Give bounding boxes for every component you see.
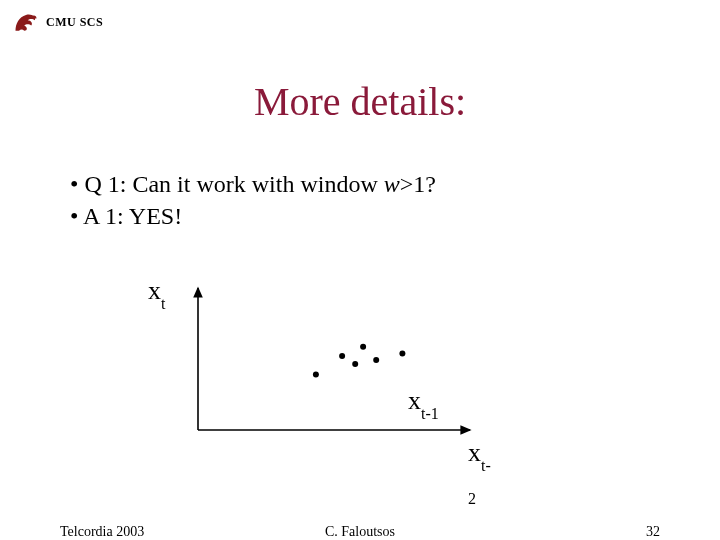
- axis-subscript: t-1: [421, 405, 439, 422]
- data-point: [339, 353, 345, 359]
- bullet-list: • Q 1: Can it work with window w>1? • A …: [70, 168, 436, 233]
- dragon-logo-icon: [12, 8, 40, 36]
- bullet-item: • Q 1: Can it work with window w>1?: [70, 168, 436, 200]
- scatter-chart: xt xt-1 xt-2: [150, 280, 490, 450]
- y-axis-label: xt: [148, 276, 165, 309]
- slide-title: More details:: [0, 78, 720, 125]
- footer-author: C. Faloutsos: [0, 524, 720, 540]
- axis-subscript: t: [161, 295, 165, 312]
- axis-var: x: [468, 438, 481, 467]
- x-axis-label-2: xt-2: [468, 438, 491, 504]
- axis-var: x: [408, 386, 421, 415]
- data-point: [352, 361, 358, 367]
- bullet-item: • A 1: YES!: [70, 200, 436, 232]
- org-label: CMU SCS: [46, 15, 103, 30]
- bullet-text: • A 1: YES!: [70, 203, 182, 229]
- x-axis-label-1: xt-1: [408, 386, 439, 419]
- bullet-variable: w: [384, 171, 400, 197]
- bullet-text: >1?: [400, 171, 436, 197]
- footer-page-number: 32: [646, 524, 660, 540]
- data-point: [360, 344, 366, 350]
- chart-svg: [150, 280, 490, 450]
- bullet-text: • Q 1: Can it work with window: [70, 171, 384, 197]
- data-point: [399, 350, 405, 356]
- data-point: [313, 372, 319, 378]
- data-point: [373, 357, 379, 363]
- slide-header: CMU SCS: [12, 8, 103, 36]
- axis-var: x: [148, 276, 161, 305]
